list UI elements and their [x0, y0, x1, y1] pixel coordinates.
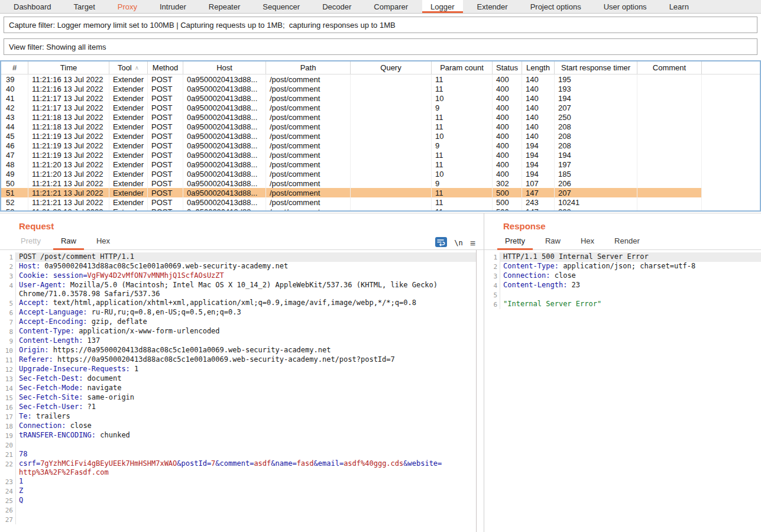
- tab-repeater[interactable]: Repeater: [200, 0, 248, 13]
- tab-decoder[interactable]: Decoder: [314, 0, 360, 13]
- cell-pad: [701, 207, 760, 212]
- cell-comment: [637, 93, 701, 103]
- log-row-49[interactable]: 4911:21:20 13 Jul 2022ExtenderPOST0a9500…: [1, 169, 760, 179]
- column-header-param-count[interactable]: Param count: [431, 61, 492, 74]
- cell-param-count: 10: [431, 169, 492, 179]
- column-header-tool[interactable]: Tool∧: [109, 61, 147, 74]
- log-row-53[interactable]: 5311:21:22 13 Jul 2022ExtenderPOST0a9500…: [1, 207, 760, 212]
- editor-line: 25Q: [0, 496, 476, 505]
- column-header-start-response-timer[interactable]: Start response timer: [554, 61, 637, 74]
- log-row-48[interactable]: 4811:21:20 13 Jul 2022ExtenderPOST0a9500…: [1, 160, 760, 169]
- column-header-time[interactable]: Time: [28, 61, 109, 74]
- tab-hex[interactable]: Hex: [89, 236, 118, 250]
- cell-path: /post/comment: [265, 84, 350, 93]
- log-row-52[interactable]: 5211:21:21 13 Jul 2022ExtenderPOST0a9500…: [1, 197, 760, 207]
- message-viewer: Request PrettyRawHex \n ≡ 1POST /post/co…: [0, 213, 761, 532]
- column-header-comment[interactable]: Comment: [637, 61, 701, 74]
- line-content: Accept-Language: ru-RU,ru;q=0.8,en-US;q=…: [16, 308, 476, 317]
- capture-filter-bar[interactable]: Capture filter: Logger memory limit set …: [4, 17, 757, 33]
- cell-host: 0a9500020413d88...: [183, 84, 265, 93]
- column-header--[interactable]: #: [1, 61, 28, 74]
- line-number: 5: [484, 290, 500, 300]
- log-row-40[interactable]: 4011:21:16 13 Jul 2022ExtenderPOST0a9500…: [1, 84, 760, 93]
- cell-pad: [701, 197, 760, 207]
- line-number: 13: [0, 374, 16, 384]
- line-number: 18: [0, 421, 16, 431]
- column-header-method[interactable]: Method: [147, 61, 183, 74]
- cell-comment: [637, 179, 701, 188]
- log-row-42[interactable]: 4211:21:17 13 Jul 2022ExtenderPOST0a9500…: [1, 103, 760, 112]
- view-filter-bar[interactable]: View filter: Showing all items: [4, 38, 757, 55]
- line-number: 5: [0, 299, 16, 308]
- column-header-host[interactable]: Host: [183, 61, 265, 74]
- line-content: Sec-Fetch-Site: same-origin: [16, 393, 476, 403]
- cell-time: 11:21:21 13 Jul 2022: [28, 197, 109, 207]
- cell-method: POST: [147, 93, 183, 103]
- pretty-print-icon[interactable]: [435, 237, 447, 249]
- tab-render[interactable]: Render: [607, 236, 647, 250]
- tab-intruder[interactable]: Intruder: [151, 0, 195, 13]
- cell-length: 194: [522, 169, 554, 179]
- request-editor[interactable]: 1POST /post/comment HTTP/1.12Host: 0a950…: [0, 250, 477, 532]
- cell-time: 11:21:20 13 Jul 2022: [28, 169, 109, 179]
- cell-query: [350, 112, 431, 122]
- tab-proxy[interactable]: Proxy: [109, 0, 145, 13]
- newline-icon[interactable]: \n: [454, 239, 462, 249]
- cell-length: 243: [522, 197, 554, 207]
- cell-method: POST: [147, 197, 183, 207]
- column-header-path[interactable]: Path: [265, 61, 350, 74]
- cell-status: 400: [492, 131, 522, 141]
- tab-user-options[interactable]: User options: [595, 0, 655, 13]
- cell-path: /post/comment: [265, 74, 350, 84]
- tab-learn[interactable]: Learn: [661, 0, 697, 13]
- cell-tool: Extender: [109, 74, 147, 84]
- request-panel-title: Request: [19, 221, 484, 231]
- cell-id: 45: [1, 131, 28, 141]
- cell-comment: [637, 160, 701, 169]
- column-header-length[interactable]: Length: [522, 61, 554, 74]
- tab-logger[interactable]: Logger: [422, 0, 462, 13]
- tab-hex[interactable]: Hex: [573, 236, 602, 250]
- column-header-query[interactable]: Query: [350, 61, 431, 74]
- top-tab-bar: DashboardTargetProxyIntruderRepeaterSequ…: [0, 0, 761, 14]
- line-number: 17: [0, 412, 16, 421]
- editor-line: 8Content-Type: application/x-www-form-ur…: [0, 327, 476, 336]
- tab-raw[interactable]: Raw: [53, 236, 84, 250]
- log-row-47[interactable]: 4711:21:19 13 Jul 2022ExtenderPOST0a9500…: [1, 150, 760, 160]
- tab-comparer[interactable]: Comparer: [365, 0, 416, 13]
- response-editor[interactable]: 1HTTP/1.1 500 Internal Server Error2Cont…: [484, 250, 761, 532]
- tab-raw[interactable]: Raw: [537, 236, 568, 250]
- line-number: 4: [0, 281, 16, 299]
- cell-host: 0a9500020413d88...: [183, 188, 265, 197]
- log-row-43[interactable]: 4311:21:18 13 Jul 2022ExtenderPOST0a9500…: [1, 112, 760, 122]
- menu-icon[interactable]: ≡: [470, 240, 475, 249]
- editor-line: 3Connection: close: [484, 271, 761, 281]
- editor-line: 24Z: [0, 486, 476, 496]
- cell-length: 140: [522, 131, 554, 141]
- cell-status: 400: [492, 160, 522, 169]
- tab-extender[interactable]: Extender: [469, 0, 516, 13]
- log-row-50[interactable]: 5011:21:21 13 Jul 2022ExtenderPOST0a9500…: [1, 179, 760, 188]
- column-header-status[interactable]: Status: [492, 61, 522, 74]
- tab-target[interactable]: Target: [66, 0, 103, 13]
- cell-method: POST: [147, 103, 183, 112]
- tab-dashboard[interactable]: Dashboard: [5, 0, 60, 13]
- log-row-39[interactable]: 3911:21:16 13 Jul 2022ExtenderPOST0a9500…: [1, 74, 760, 84]
- log-row-45[interactable]: 4511:21:19 13 Jul 2022ExtenderPOST0a9500…: [1, 131, 760, 141]
- cell-param-count: 11: [431, 160, 492, 169]
- log-row-41[interactable]: 4111:21:17 13 Jul 2022ExtenderPOST0a9500…: [1, 93, 760, 103]
- tab-project-options[interactable]: Project options: [522, 0, 590, 13]
- tab-sequencer[interactable]: Sequencer: [254, 0, 308, 13]
- tab-pretty[interactable]: Pretty: [497, 236, 533, 250]
- tab-pretty[interactable]: Pretty: [13, 236, 48, 250]
- line-content: Connection: close: [500, 271, 761, 281]
- cell-tool: Extender: [109, 112, 147, 122]
- log-row-51[interactable]: 5111:21:21 13 Jul 2022ExtenderPOST0a9500…: [1, 188, 760, 197]
- cell-host: 0a9500020413d88...: [183, 74, 265, 84]
- cell-id: 53: [1, 207, 28, 212]
- line-content: Content-Length: 137: [16, 336, 476, 346]
- log-row-46[interactable]: 4611:21:19 13 Jul 2022ExtenderPOST0a9500…: [1, 141, 760, 150]
- log-row-44[interactable]: 4411:21:18 13 Jul 2022ExtenderPOST0a9500…: [1, 122, 760, 131]
- logger-table: #TimeTool∧MethodHostPathQueryParam count…: [0, 60, 761, 212]
- line-content: Accept: text/html,application/xhtml+xml,…: [16, 299, 476, 308]
